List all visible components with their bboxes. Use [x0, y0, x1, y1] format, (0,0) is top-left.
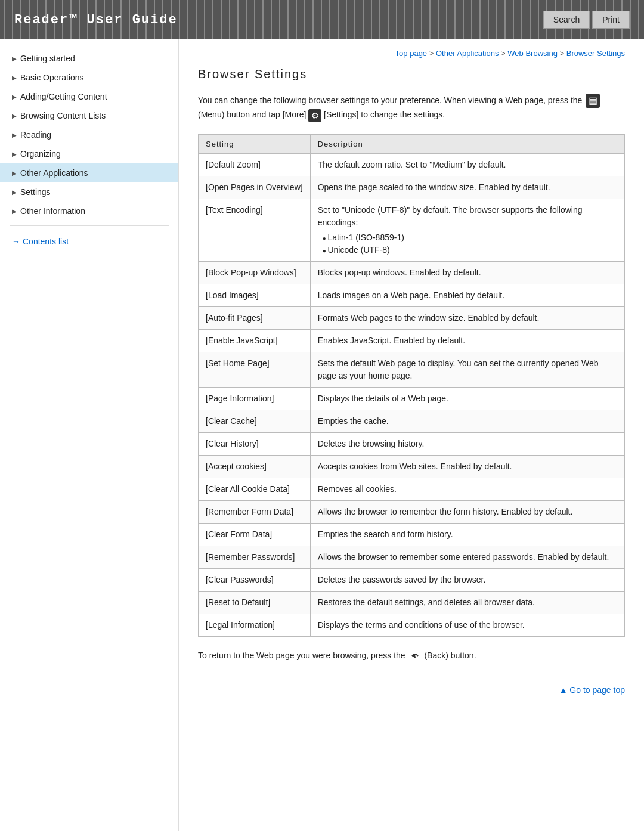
- sidebar-divider: [10, 225, 169, 226]
- sidebar-item-basic-operations[interactable]: ▶ Basic Operations: [0, 68, 178, 87]
- table-row: [Open Pages in Overview]Opens the page s…: [199, 176, 625, 199]
- table-cell-setting: [Enable JavaScript]: [199, 329, 311, 352]
- page-layout: ▶ Getting started ▶ Basic Operations ▶ A…: [0, 39, 644, 831]
- table-cell-description: Deletes the passwords saved by the brows…: [310, 568, 624, 591]
- header: Reader™ User Guide Search Print: [0, 0, 644, 39]
- breadcrumb-sep: >: [560, 49, 566, 58]
- breadcrumb: Top page > Other Applications > Web Brow…: [198, 49, 625, 58]
- table-cell-setting: [Block Pop-up Windows]: [199, 261, 311, 284]
- sidebar-item-label: Reading: [20, 130, 51, 140]
- table-cell-setting: [Clear Cache]: [199, 410, 311, 432]
- arrow-icon: ▶: [12, 75, 17, 81]
- table-cell-description: Deletes the browsing history.: [310, 432, 624, 455]
- table-header-setting: Setting: [199, 134, 311, 153]
- table-cell-description: Displays the terms and conditions of use…: [310, 614, 624, 636]
- table-row: [Auto-fit Pages]Formats Web pages to the…: [199, 306, 625, 329]
- sidebar-item-getting-started[interactable]: ▶ Getting started: [0, 49, 178, 68]
- table-row: [Load Images]Loads images on a Web page.…: [199, 284, 625, 306]
- table-cell-setting: [Remember Passwords]: [199, 546, 311, 568]
- table-row: [Legal Information]Displays the terms an…: [199, 614, 625, 636]
- table-cell-setting: [Remember Form Data]: [199, 500, 311, 523]
- table-row: [Remember Form Data]Allows the browser t…: [199, 500, 625, 523]
- table-cell-description: Restores the default settings, and delet…: [310, 591, 624, 614]
- table-row: [Remember Passwords]Allows the browser t…: [199, 546, 625, 568]
- table-cell-setting: [Auto-fit Pages]: [199, 306, 311, 329]
- settings-table: Setting Description [Default Zoom]The de…: [198, 134, 625, 637]
- arrow-icon: ▶: [12, 208, 17, 215]
- table-row: [Clear All Cookie Data]Removes all cooki…: [199, 478, 625, 500]
- search-button[interactable]: Search: [543, 11, 590, 29]
- table-cell-setting: [Clear Form Data]: [199, 523, 311, 546]
- arrow-icon: ▶: [12, 170, 17, 176]
- table-cell-description: Displays the details of a Web page.: [310, 387, 624, 410]
- table-cell-description: Loads images on a Web page. Enabled by d…: [310, 284, 624, 306]
- table-cell-setting: [Default Zoom]: [199, 153, 311, 176]
- main-content: Top page > Other Applications > Web Brow…: [179, 39, 644, 831]
- table-cell-setting: [Reset to Default]: [199, 591, 311, 614]
- table-row: [Page Information]Displays the details o…: [199, 387, 625, 410]
- sidebar-item-label: Other Applications: [20, 168, 88, 178]
- bullet-item: Latin-1 (ISO-8859-1): [323, 231, 617, 244]
- table-cell-description: Set to "Unicode (UTF-8)" by default. The…: [310, 199, 624, 261]
- sidebar-item-label: Getting started: [20, 54, 75, 63]
- breadcrumb-sep: >: [501, 49, 507, 58]
- print-button[interactable]: Print: [592, 11, 630, 29]
- table-row: [Set Home Page]Sets the default Web page…: [199, 352, 625, 387]
- breadcrumb-browser-settings[interactable]: Browser Settings: [566, 49, 625, 58]
- sidebar-item-label: Organizing: [20, 149, 61, 159]
- sidebar-item-organizing[interactable]: ▶ Organizing: [0, 144, 178, 163]
- sidebar-item-other-information[interactable]: ▶ Other Information: [0, 202, 178, 221]
- bullet-item: Unicode (UTF-8): [323, 244, 617, 256]
- arrow-icon: ▶: [12, 151, 17, 157]
- table-cell-description: Enables JavaScript. Enabled by default.: [310, 329, 624, 352]
- menu-icon: [586, 94, 600, 108]
- contents-list-link[interactable]: → Contents list: [0, 231, 178, 252]
- table-row: [Text Encoding]Set to "Unicode (UTF-8)" …: [199, 199, 625, 261]
- table-cell-description: The default zoom ratio. Set to "Medium" …: [310, 153, 624, 176]
- arrow-icon: ▶: [12, 189, 17, 196]
- back-icon: [409, 650, 421, 662]
- sidebar-item-browsing-content[interactable]: ▶ Browsing Content Lists: [0, 106, 178, 125]
- breadcrumb-web-browsing[interactable]: Web Browsing: [507, 49, 558, 58]
- intro-text: You can change the following browser set…: [198, 94, 625, 122]
- go-to-top-link[interactable]: ▲ Go to page top: [559, 685, 625, 695]
- table-row: [Clear History]Deletes the browsing hist…: [199, 432, 625, 455]
- sidebar: ▶ Getting started ▶ Basic Operations ▶ A…: [0, 39, 179, 831]
- arrow-icon: ▶: [12, 132, 17, 138]
- breadcrumb-top[interactable]: Top page: [395, 49, 428, 58]
- table-cell-setting: [Legal Information]: [199, 614, 311, 636]
- arrow-icon: ▶: [12, 113, 17, 119]
- table-cell-setting: [Clear All Cookie Data]: [199, 478, 311, 500]
- contents-link-label: Contents list: [23, 237, 69, 246]
- table-row: [Default Zoom]The default zoom ratio. Se…: [199, 153, 625, 176]
- table-cell-description: Blocks pop-up windows. Enabled by defaul…: [310, 261, 624, 284]
- sidebar-item-reading[interactable]: ▶ Reading: [0, 125, 178, 144]
- sidebar-item-adding-content[interactable]: ▶ Adding/Getting Content: [0, 87, 178, 106]
- table-row: [Accept cookies]Accepts cookies from Web…: [199, 455, 625, 478]
- arrow-icon: ▶: [12, 55, 17, 62]
- table-cell-setting: [Text Encoding]: [199, 199, 311, 261]
- sidebar-item-label: Adding/Getting Content: [20, 92, 107, 101]
- table-row: [Enable JavaScript]Enables JavaScript. E…: [199, 329, 625, 352]
- sidebar-item-label: Other Information: [20, 206, 85, 216]
- table-cell-description: Empties the search and form history.: [310, 523, 624, 546]
- sidebar-item-settings[interactable]: ▶ Settings: [0, 182, 178, 202]
- table-cell-description: Opens the page scaled to the window size…: [310, 176, 624, 199]
- table-row: [Clear Passwords]Deletes the passwords s…: [199, 568, 625, 591]
- settings-icon: ⚙: [308, 109, 321, 122]
- sidebar-item-label: Browsing Content Lists: [20, 111, 106, 120]
- table-header-description: Description: [310, 134, 624, 153]
- table-cell-description: Sets the default Web page to display. Yo…: [310, 352, 624, 387]
- sidebar-item-label: Basic Operations: [20, 73, 84, 82]
- table-row: [Clear Form Data]Empties the search and …: [199, 523, 625, 546]
- table-cell-setting: [Page Information]: [199, 387, 311, 410]
- table-cell-setting: [Set Home Page]: [199, 352, 311, 387]
- sidebar-item-other-applications[interactable]: ▶ Other Applications: [0, 163, 178, 182]
- page-title: Browser Settings: [198, 67, 625, 86]
- breadcrumb-other-apps[interactable]: Other Applications: [436, 49, 499, 58]
- breadcrumb-sep: >: [429, 49, 436, 58]
- table-cell-setting: [Accept cookies]: [199, 455, 311, 478]
- table-cell-description: Formats Web pages to the window size. En…: [310, 306, 624, 329]
- footer-note: To return to the Web page you were brows…: [198, 649, 625, 662]
- arrow-right-icon: →: [12, 237, 20, 246]
